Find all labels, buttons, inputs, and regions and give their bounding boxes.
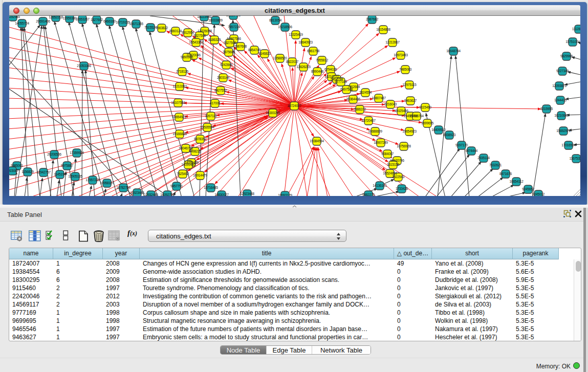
graph-node-label: 16120746 <box>390 159 404 162</box>
graph-node-label: 6216043 <box>384 102 397 106</box>
cell-title: Structural magnetic resonance image aver… <box>140 317 394 325</box>
cell-title: Changes of HCN gene expression and I(f) … <box>140 259 394 268</box>
graph-node-label: 11923448 <box>130 191 145 194</box>
graph-node-label: 9777169 <box>335 80 347 83</box>
cell-short: Wolkin et al. (1998) <box>432 317 513 325</box>
cell-title: Corpus callosum shape and size in male p… <box>140 309 394 317</box>
column-header-title[interactable]: title <box>140 248 394 259</box>
cell-out_degree: 0 <box>394 284 432 292</box>
cell-title: Embryonic stem cells: a model to study s… <box>140 333 394 341</box>
table-vertical-scrollbar[interactable] <box>574 259 581 341</box>
table-row[interactable]: 911546021997Tourette syndrome. Phenomeno… <box>9 284 574 292</box>
column-header-year[interactable]: year <box>103 248 140 259</box>
graph-node-label: 10654112 <box>510 180 524 183</box>
graph-node-label: 18300295 <box>266 111 280 115</box>
graph-node-label: 15751074 <box>565 40 580 43</box>
memory-led-icon[interactable] <box>573 362 580 369</box>
table-source-select[interactable]: citations_edges.txt <box>148 230 346 242</box>
graph-node-label: 13325419 <box>289 33 303 36</box>
column-header-in_degree[interactable]: in_degree <box>53 248 103 259</box>
graph-node-label: 9985061 <box>11 164 24 167</box>
graph-node-label: 11675334 <box>570 157 580 160</box>
table-row[interactable]: 1938455462009Genome-wide association stu… <box>9 268 574 276</box>
cell-name: 18724007 <box>9 259 53 268</box>
scrollbar-thumb[interactable] <box>576 261 581 272</box>
delete-table-icon[interactable] <box>93 230 105 242</box>
tab-network-table[interactable]: Network Table <box>312 346 371 354</box>
graph-node-label: 2522543 <box>392 175 405 179</box>
tab-node-table[interactable]: Node Table <box>221 346 266 354</box>
graph-node-label: 7625402 <box>177 172 189 176</box>
float-panel-icon[interactable] <box>563 210 572 218</box>
graph-node-label: 19384554 <box>310 139 324 143</box>
graph-node-label: 1733426 <box>396 187 408 190</box>
graph-node-label: 7955812 <box>316 58 329 62</box>
new-table-icon[interactable] <box>78 230 89 242</box>
graph-node-label: 10671355 <box>129 22 143 26</box>
graph-node-label: 2967608 <box>234 45 247 48</box>
cell-year: 1998 <box>103 317 140 325</box>
cell-out_degree: 0 <box>394 300 432 309</box>
close-panel-icon[interactable] <box>574 210 582 218</box>
table-row[interactable]: 1872400712008Changes of HCN gene express… <box>9 259 574 268</box>
cell-short: Jankovic et al. (1997) <box>432 284 513 292</box>
graph-node-label: 16409510 <box>431 128 446 132</box>
cell-year: 2009 <box>103 268 140 276</box>
graph-node-label: 12932448 <box>144 193 158 196</box>
graph-node-label: 3875685 <box>223 50 235 54</box>
graph-node-label: 9115460 <box>419 105 431 109</box>
select-column-icon[interactable] <box>29 230 41 242</box>
graph-node-label: 8454749 <box>248 48 261 52</box>
graph-node-label: 10653267 <box>75 17 90 21</box>
table-row[interactable]: 946362711997Embryonic stem cells: a mode… <box>9 333 574 341</box>
function-builder-icon[interactable]: f(x) <box>127 229 137 237</box>
column-header-out_de[interactable]: △ out_de… <box>394 248 432 259</box>
graph-node-label: 10830027 <box>214 193 229 196</box>
cell-name: 9465546 <box>9 325 53 333</box>
graph-node-label: 12975115 <box>403 83 417 86</box>
graph-node-label: 18993129 <box>278 193 292 196</box>
graph-node-label: 9197170 <box>455 143 468 147</box>
graph-node-label: 6466160 <box>103 19 116 23</box>
column-header-short[interactable]: short <box>432 248 513 259</box>
combo-selected-value: citations_edges.txt <box>156 232 211 240</box>
graph-node-label: 12652218 <box>49 16 63 19</box>
citation-network-graph[interactable]: 1629298514055724206914061265221811959380… <box>9 16 580 196</box>
table-row[interactable]: 1456911722003Disruption of a novel membe… <box>9 300 574 309</box>
tab-edge-table[interactable]: Edge Table <box>266 346 312 354</box>
graph-node-label: 9890966 <box>181 55 193 59</box>
table-row[interactable]: 946554611997Estimation of the future num… <box>9 325 574 333</box>
graph-node-label: 19166825 <box>172 132 187 136</box>
graph-node-label: 10958107 <box>100 181 114 185</box>
cell-in_degree: 1 <box>53 333 103 341</box>
cell-pagerank: 5.3E-5 <box>513 284 559 292</box>
cell-name: 9777169 <box>9 309 53 317</box>
table-row[interactable]: 969969511998Structural magnetic resonanc… <box>9 317 574 325</box>
cell-year: 2012 <box>103 292 140 300</box>
graph-node-label: 17016504 <box>561 143 576 147</box>
show-columns-check-icon[interactable] <box>46 230 56 240</box>
row-height-icon[interactable] <box>63 230 69 240</box>
cell-short: Stergiakouli et al. (2012) <box>432 292 513 300</box>
graph-node-label: 16543362 <box>189 40 203 44</box>
network-canvas[interactable]: 1629298514055724206914061265221811959380… <box>9 16 580 196</box>
table-row[interactable]: 1830029562008Estimation of significance … <box>9 276 574 284</box>
graph-node-label: 20364436 <box>346 97 360 101</box>
table-row[interactable]: 2242004622012Investigating the contribut… <box>9 292 574 300</box>
column-header-pagerank[interactable]: pagerank <box>513 248 559 259</box>
graph-node-label: 1527602 <box>91 18 103 21</box>
graph-node-label: 417006 <box>210 101 221 105</box>
graph-node-label: 8660124 <box>169 29 182 33</box>
graph-node-label: 6961758 <box>307 49 320 53</box>
graph-node-label: 14099485 <box>181 163 195 166</box>
window-titlebar[interactable]: citations_edges.txt <box>9 5 580 16</box>
graph-node-label: 8215955 <box>540 107 553 111</box>
graph-node-label: 13588520 <box>273 56 287 60</box>
table-row[interactable]: 977716911998Corpus callosum shape and si… <box>9 309 574 317</box>
column-header-name[interactable]: name <box>9 248 53 259</box>
graph-node-label: 6497568 <box>340 87 353 91</box>
graph-node-label: 8938923 <box>443 133 456 137</box>
table-settings-icon[interactable] <box>11 230 23 242</box>
graph-node-label: 9975887 <box>61 164 74 167</box>
graph-node-label: 10719155 <box>116 20 130 24</box>
